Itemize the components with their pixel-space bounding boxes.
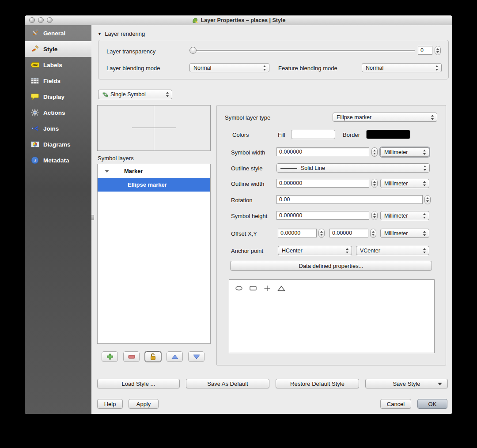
rotation-label: Rotation bbox=[231, 197, 252, 203]
offset-y-stepper[interactable] bbox=[370, 229, 376, 238]
qgis-logo-icon bbox=[192, 17, 198, 24]
sidebar-item-actions[interactable]: Actions bbox=[25, 105, 91, 120]
tree-item-ellipse-marker[interactable]: Ellipse marker bbox=[98, 178, 210, 192]
zoom-button[interactable] bbox=[47, 17, 53, 23]
sidebar-item-display[interactable]: Display bbox=[25, 89, 91, 105]
preview-vertical-line bbox=[154, 105, 154, 151]
diagram-icon bbox=[30, 140, 39, 149]
triangle-shape-icon[interactable] bbox=[277, 284, 286, 293]
rotation-input[interactable]: 0.00 bbox=[276, 195, 423, 204]
outline-width-stepper[interactable] bbox=[371, 179, 378, 188]
down-triangle-icon bbox=[192, 352, 201, 361]
offset-x-stepper[interactable] bbox=[318, 229, 325, 238]
info-icon: i bbox=[30, 156, 39, 165]
fill-color-button[interactable] bbox=[291, 130, 335, 139]
combo-arrows-icon bbox=[423, 248, 426, 253]
layer-transparency-input[interactable]: 0 bbox=[418, 46, 432, 55]
tree-group-marker[interactable]: Marker bbox=[98, 164, 210, 178]
offset-unit-select[interactable]: Millimeter bbox=[380, 229, 429, 238]
fill-label: Fill bbox=[278, 132, 285, 138]
add-symbol-layer-button[interactable] bbox=[102, 351, 118, 362]
splitter-grip[interactable] bbox=[91, 215, 94, 220]
symbol-width-input[interactable]: 0.000000 bbox=[276, 147, 369, 156]
outline-width-unit-select[interactable]: Millimeter bbox=[380, 179, 429, 188]
offset-x-input[interactable]: 0.00000 bbox=[278, 229, 317, 237]
cancel-button[interactable]: Cancel bbox=[380, 399, 411, 409]
ok-button[interactable]: OK bbox=[417, 399, 447, 409]
symbol-height-stepper[interactable] bbox=[371, 211, 378, 220]
symbol-height-unit-select[interactable]: Millimeter bbox=[380, 211, 429, 220]
rectangle-shape-icon[interactable] bbox=[249, 284, 257, 293]
preview-horizontal-line bbox=[132, 128, 176, 128]
sidebar-item-diagrams[interactable]: Diagrams bbox=[25, 136, 91, 152]
single-symbol-icon bbox=[102, 91, 108, 98]
border-color-button[interactable] bbox=[366, 130, 410, 139]
slider-track[interactable] bbox=[189, 50, 415, 51]
sidebar-item-joins[interactable]: Joins bbox=[25, 120, 91, 136]
outline-width-label: Outline width bbox=[231, 181, 264, 187]
help-button[interactable]: Help bbox=[97, 399, 123, 409]
border-label: Border bbox=[343, 132, 360, 138]
dropdown-arrow-icon bbox=[438, 383, 442, 385]
colors-label: Colors bbox=[232, 132, 249, 138]
sidebar-item-metadata[interactable]: i Metadata bbox=[25, 152, 91, 168]
sidebar-item-general[interactable]: General bbox=[25, 25, 91, 41]
symbol-layer-type-label: Symbol layer type bbox=[225, 114, 270, 121]
cross-shape-icon[interactable] bbox=[263, 284, 272, 293]
combo-arrows-icon bbox=[166, 92, 169, 97]
combo-arrows-icon bbox=[423, 181, 426, 186]
slider-knob[interactable] bbox=[189, 47, 197, 54]
anchor-vertical-select[interactable]: VCenter bbox=[356, 246, 429, 255]
rotation-stepper[interactable] bbox=[424, 195, 431, 204]
apply-button[interactable]: Apply bbox=[129, 399, 159, 409]
layer-rendering-header[interactable]: ▼ Layer rendering bbox=[98, 30, 145, 37]
symbol-height-input[interactable]: 0.000000 bbox=[276, 211, 369, 220]
sidebar-item-fields[interactable]: Fields bbox=[25, 73, 91, 89]
layer-rendering-group: Layer transparency 0 Layer blending mode… bbox=[98, 40, 449, 79]
offset-y-input[interactable]: 0.00000 bbox=[329, 229, 368, 237]
sidebar-item-labels[interactable]: abc Labels bbox=[25, 57, 91, 73]
up-triangle-icon bbox=[170, 352, 179, 361]
sidebar-item-style[interactable]: Style bbox=[25, 41, 91, 57]
move-layer-up-button[interactable] bbox=[167, 351, 183, 362]
symbol-width-stepper[interactable] bbox=[371, 147, 378, 157]
combo-arrows-icon bbox=[423, 213, 426, 218]
remove-symbol-layer-button[interactable] bbox=[123, 351, 140, 362]
shape-options-list[interactable] bbox=[229, 279, 435, 353]
layer-transparency-stepper[interactable] bbox=[435, 46, 441, 55]
anchor-horizontal-select[interactable]: HCenter bbox=[278, 246, 352, 255]
symbol-width-unit-select[interactable]: Millimeter bbox=[380, 147, 429, 157]
title-bar[interactable]: Layer Properties – places | Style bbox=[25, 15, 452, 26]
symbol-layer-type-select[interactable]: Ellipse marker bbox=[333, 113, 437, 122]
expander-triangle-icon[interactable] bbox=[105, 170, 109, 173]
save-as-default-button[interactable]: Save As Default bbox=[186, 379, 269, 388]
layer-transparency-label: Layer transparency bbox=[106, 48, 155, 55]
combo-arrows-icon bbox=[423, 231, 426, 236]
speech-bubble-icon bbox=[30, 92, 39, 101]
data-defined-properties-button[interactable]: Data defined properties... bbox=[230, 261, 432, 271]
combo-arrows-icon bbox=[435, 65, 439, 71]
renderer-select[interactable]: Single Symbol bbox=[98, 90, 172, 99]
load-style-button[interactable]: Load Style ... bbox=[97, 379, 180, 388]
layer-blending-mode-select[interactable]: Normal bbox=[189, 63, 269, 72]
feature-blending-mode-select[interactable]: Normal bbox=[362, 63, 442, 72]
combo-arrows-icon bbox=[346, 248, 349, 253]
combo-arrows-icon bbox=[263, 65, 266, 71]
layer-properties-dialog: Layer Properties – places | Style Genera… bbox=[25, 15, 452, 414]
symbol-layers-tree: Marker Ellipse marker bbox=[97, 164, 211, 344]
restore-default-style-button[interactable]: Restore Default Style bbox=[276, 379, 359, 388]
open-lock-icon bbox=[149, 352, 158, 361]
close-button[interactable] bbox=[29, 17, 35, 23]
abc-tag-icon: abc bbox=[30, 60, 39, 69]
layer-transparency-slider[interactable] bbox=[189, 46, 415, 55]
window-title: Layer Properties – places | Style bbox=[192, 17, 286, 24]
ellipse-shape-icon[interactable] bbox=[235, 284, 243, 293]
save-style-button[interactable]: Save Style bbox=[365, 379, 448, 388]
symbol-preview bbox=[97, 105, 211, 151]
outline-width-input[interactable]: 0.000000 bbox=[276, 179, 369, 188]
outline-style-select[interactable]: Solid Line bbox=[276, 163, 430, 173]
move-layer-down-button[interactable] bbox=[188, 351, 204, 362]
lock-color-button[interactable] bbox=[145, 351, 161, 362]
offset-label: Offset X,Y bbox=[231, 230, 257, 237]
minimize-button[interactable] bbox=[38, 17, 44, 23]
